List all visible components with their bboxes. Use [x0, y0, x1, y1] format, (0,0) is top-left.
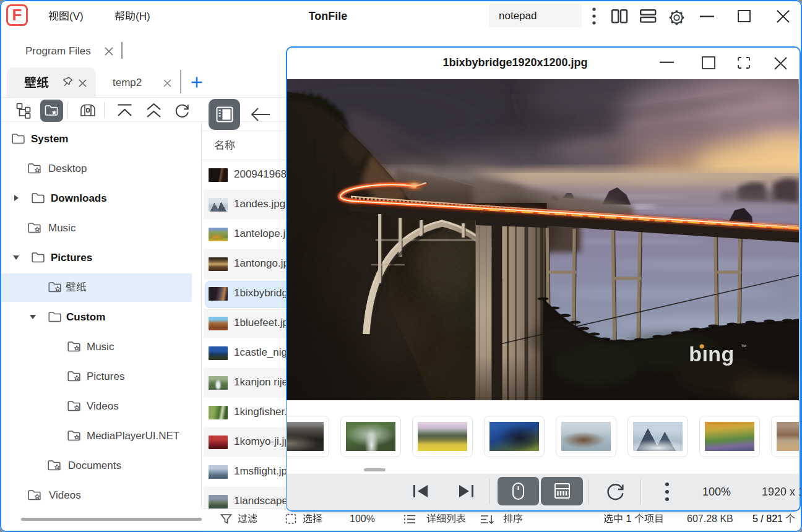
svg-text:bıng: bıng — [689, 342, 735, 366]
svg-text:™: ™ — [741, 343, 747, 350]
